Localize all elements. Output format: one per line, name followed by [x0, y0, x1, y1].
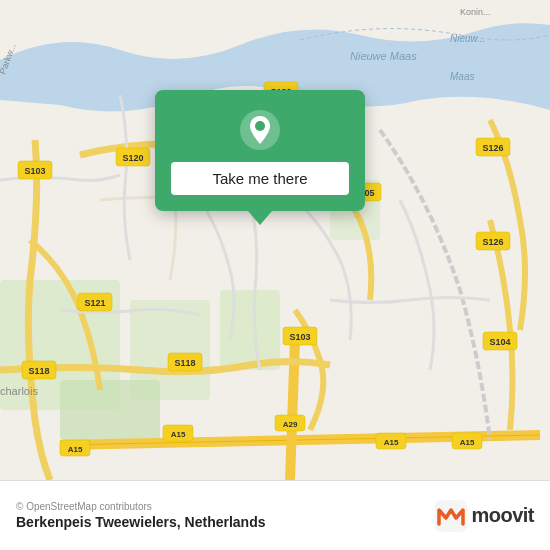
svg-rect-8: [60, 380, 160, 440]
svg-text:S120: S120: [122, 153, 143, 163]
map-container: Nieuwe Maas Nieuw... Maas: [0, 0, 550, 480]
svg-text:S126: S126: [482, 237, 503, 247]
svg-text:S104: S104: [489, 337, 510, 347]
svg-text:A29: A29: [283, 420, 298, 429]
svg-text:Maas: Maas: [450, 71, 474, 82]
svg-text:A15: A15: [384, 438, 399, 447]
svg-text:Konin...: Konin...: [460, 7, 491, 17]
footer-info: © OpenStreetMap contributors Berkenpeis …: [16, 501, 266, 530]
svg-text:S121: S121: [84, 298, 105, 308]
svg-text:Nieuwe Maas: Nieuwe Maas: [350, 50, 417, 62]
copyright-text: © OpenStreetMap contributors: [16, 501, 266, 512]
moovit-logo: moovit: [435, 500, 534, 532]
footer-bar: © OpenStreetMap contributors Berkenpeis …: [0, 480, 550, 550]
svg-text:A15: A15: [460, 438, 475, 447]
svg-point-45: [255, 121, 265, 131]
svg-text:S118: S118: [174, 358, 195, 368]
moovit-icon: [435, 500, 467, 532]
svg-text:Nieuw...: Nieuw...: [450, 33, 486, 44]
svg-rect-6: [220, 290, 280, 370]
svg-text:S103: S103: [289, 332, 310, 342]
svg-text:charlois: charlois: [0, 385, 38, 397]
popup-card: Take me there: [155, 90, 365, 211]
svg-text:A15: A15: [171, 430, 186, 439]
svg-text:S103: S103: [24, 166, 45, 176]
location-title: Berkenpeis Tweewielers, Netherlands: [16, 514, 266, 530]
location-pin-icon: [238, 108, 282, 152]
moovit-brand-text: moovit: [471, 504, 534, 527]
svg-text:S118: S118: [28, 366, 49, 376]
take-me-there-button[interactable]: Take me there: [171, 162, 349, 195]
svg-text:S126: S126: [482, 143, 503, 153]
svg-text:A15: A15: [68, 445, 83, 454]
